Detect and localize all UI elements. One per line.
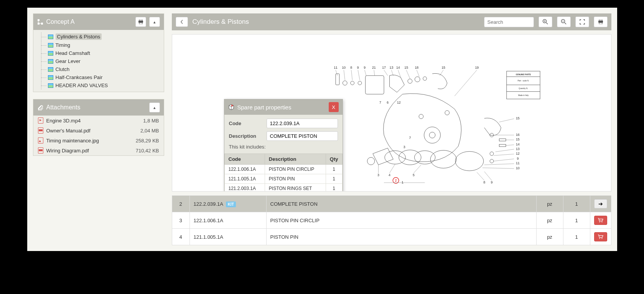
- description-input[interactable]: [267, 131, 338, 141]
- attachments-collapse-button[interactable]: ▴: [149, 102, 160, 112]
- tree-item[interactable]: Clutch: [33, 65, 164, 73]
- svg-point-22: [445, 111, 450, 115]
- file-icon: [38, 127, 43, 134]
- svg-rect-5: [139, 23, 142, 24]
- svg-point-108: [601, 221, 602, 222]
- zoom-in-button[interactable]: [539, 17, 552, 27]
- svg-text:11: 11: [334, 66, 338, 70]
- svg-text:18: 18: [415, 66, 419, 70]
- concept-title: Concept A: [46, 18, 132, 25]
- svg-text:5: 5: [413, 173, 415, 177]
- table-row[interactable]: 4121.1.005.1APISTON PINpz1: [172, 229, 611, 245]
- file-size: 1,8 MB: [143, 118, 159, 124]
- expand-row-button[interactable]: ➔: [594, 199, 607, 208]
- kit-badge: KIT: [226, 202, 236, 207]
- back-button[interactable]: [176, 17, 188, 27]
- table-row[interactable]: 3122.1.006.1APISTON PIN CIRCLIPpz1: [172, 212, 611, 229]
- svg-point-19: [424, 127, 441, 144]
- image-icon: [48, 51, 53, 56]
- cell-qty: 1: [563, 212, 590, 229]
- row-cart-button[interactable]: [594, 216, 607, 225]
- svg-line-78: [344, 70, 345, 80]
- parts-table: 2122.2.039.1A KITCOMPLETE PISTONpz1➔3122…: [172, 195, 611, 245]
- close-button[interactable]: X: [329, 102, 339, 112]
- svg-point-21: [419, 114, 423, 119]
- tree-item-label: Gear Lever: [56, 58, 81, 64]
- svg-line-95: [494, 154, 514, 156]
- spare-part-popup: Spare part properties X Code Description…: [224, 99, 343, 192]
- svg-line-87: [417, 70, 419, 77]
- svg-line-101: [414, 165, 421, 173]
- svg-point-107: [599, 221, 600, 222]
- svg-line-83: [384, 70, 388, 76]
- cell-num: 3: [172, 212, 189, 229]
- description-label: Description: [229, 133, 263, 139]
- main: Cylinders & Pistons: [172, 13, 611, 245]
- svg-text:19: 19: [475, 66, 479, 70]
- svg-rect-2: [41, 23, 43, 25]
- svg-rect-4: [138, 21, 143, 23]
- svg-point-16: [408, 79, 412, 84]
- image-icon: [48, 67, 53, 72]
- print-button[interactable]: [135, 17, 146, 27]
- cell-desc: PISTON PIN: [266, 229, 536, 245]
- zoom-out-button[interactable]: [557, 17, 571, 27]
- concept-panel: Concept A ▴ Cylinders & PistonsTimingHea…: [33, 13, 164, 92]
- file-name: Owner's Manual.pdf: [46, 128, 138, 134]
- cell-code: 122.2.039.1A KIT: [189, 196, 266, 212]
- code-input[interactable]: [267, 119, 338, 128]
- svg-text:15: 15: [516, 116, 520, 120]
- svg-text:15: 15: [516, 138, 520, 142]
- cell-num: 2: [172, 196, 189, 212]
- kit-includes-label: This kit includes:: [229, 144, 338, 150]
- tree-item[interactable]: Cylinders & Pistons: [33, 32, 164, 41]
- svg-text:9: 9: [357, 66, 359, 70]
- cell-action: [590, 212, 611, 229]
- file-row[interactable]: Wiring Diagram.pdf710,42 KB: [33, 145, 164, 155]
- table-row[interactable]: 2122.2.039.1A KITCOMPLETE PISTONpz1➔: [172, 196, 611, 212]
- file-icon: [38, 137, 43, 144]
- svg-text:17: 17: [382, 66, 386, 70]
- tree-item[interactable]: Gear Lever: [33, 57, 164, 65]
- viewer-body[interactable]: 1110899 211713141518 1519 7612 73 151615…: [172, 34, 611, 192]
- svg-point-32: [490, 152, 494, 156]
- cell-code: 122.1.006.1A: [224, 165, 265, 174]
- popup-body: Code Description This kit includes:: [224, 115, 343, 154]
- svg-rect-15: [366, 76, 384, 94]
- svg-line-90: [499, 119, 514, 122]
- svg-point-25: [415, 151, 435, 164]
- svg-text:15: 15: [441, 66, 445, 70]
- cell-desc: PISTON RINGS SET: [265, 184, 326, 192]
- svg-point-26: [430, 150, 456, 168]
- file-row[interactable]: Engine 3D.mp41,8 MB: [33, 116, 164, 126]
- row-cart-button[interactable]: [594, 232, 607, 241]
- cell-desc: PISTON PIN CIRCLIP: [266, 212, 536, 229]
- svg-line-81: [365, 70, 366, 76]
- cell-code: 121.1.005.1A: [189, 229, 266, 245]
- file-size: 2,04 MB: [140, 128, 159, 134]
- tree-item[interactable]: Half-Crankcases Pair: [33, 73, 164, 81]
- viewer-print-button[interactable]: [594, 17, 608, 27]
- tree-item[interactable]: Timing: [33, 41, 164, 49]
- svg-text:11: 11: [516, 162, 520, 165]
- svg-rect-9: [598, 21, 603, 23]
- fullscreen-button[interactable]: [575, 17, 589, 27]
- tree-item[interactable]: HEADER AND VALVES: [33, 81, 164, 89]
- image-icon: [48, 83, 53, 88]
- search-input[interactable]: [484, 17, 534, 27]
- tree-item[interactable]: Head Camshaft: [33, 49, 164, 57]
- table-row: 122.1.006.1APISTON PIN CIRCLIP1: [224, 165, 342, 174]
- svg-text:2: 2: [395, 178, 397, 182]
- popup-header: Spare part properties X: [224, 99, 343, 115]
- collapse-button[interactable]: ▴: [149, 17, 160, 27]
- file-list: Engine 3D.mp41,8 MBOwner's Manual.pdf2,0…: [33, 116, 164, 155]
- file-row[interactable]: Owner's Manual.pdf2,04 MB: [33, 126, 164, 135]
- svg-line-80: [358, 70, 360, 80]
- file-row[interactable]: Timing maintenance.jpg258,29 KB: [33, 135, 164, 145]
- svg-text:8: 8: [350, 66, 352, 70]
- cell-qty: 1: [326, 174, 342, 184]
- cell-unit: pz: [536, 229, 563, 245]
- svg-text:12: 12: [397, 101, 401, 104]
- file-icon: [38, 117, 43, 124]
- svg-text:9: 9: [491, 180, 493, 184]
